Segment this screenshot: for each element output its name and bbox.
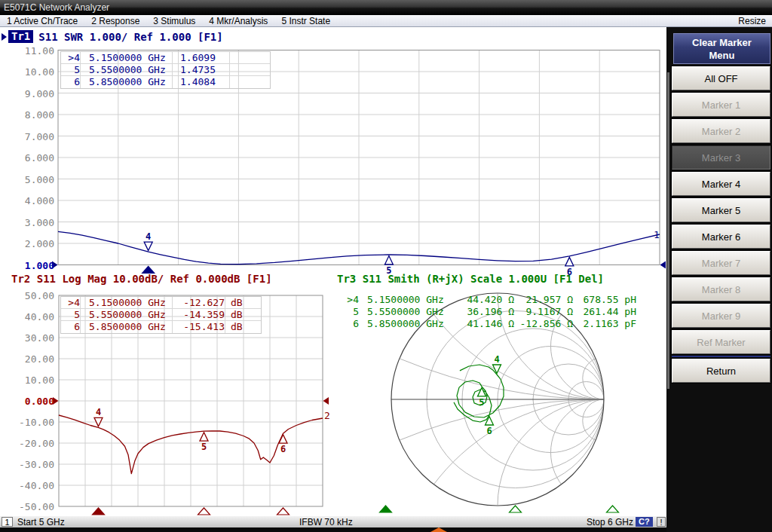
y-axis-label: 0.000: [8, 396, 54, 407]
y-axis-label: 7.000: [8, 132, 54, 142]
menu-item-5[interactable]: 5 Instr State: [274, 16, 337, 26]
calibration-status-badge: C?: [636, 517, 653, 527]
softkey-marker-3[interactable]: Marker 3: [672, 145, 770, 170]
menu-item-resize[interactable]: Resize: [732, 16, 772, 26]
marker-table-cell: 1.6099: [173, 52, 230, 64]
trace1-header[interactable]: Tr1 S11 SWR 1.000/ Ref 1.000 [F1]: [2, 30, 223, 43]
y-axis-label: -20.00: [8, 439, 54, 449]
marker-table-cell: dB: [225, 321, 261, 333]
marker-table-cell: 5: [341, 306, 359, 318]
softkey-marker-9[interactable]: Marker 9: [672, 304, 770, 328]
marker-table-cell: 261.44 pH: [573, 306, 636, 318]
trace3-marker-table: >45.1500000 GHz44.420 Ω21.957 Ω678.55 pH…: [341, 294, 636, 330]
y-axis-label: 8.000: [8, 110, 54, 121]
softkey-all-off[interactable]: All OFF: [672, 66, 770, 90]
trace1-badge: Tr1: [8, 30, 33, 43]
marker-table-cell: -12.627: [173, 297, 225, 309]
marker-table-cell: 2.1163 pF: [573, 318, 636, 330]
channel-number-box: 1: [2, 517, 13, 527]
marker-table-cell: 9.1167 Ω: [514, 306, 573, 318]
ifbw-label: IFBW 70 kHz: [299, 517, 353, 527]
network-analyzer-screen: { "window": { "title": "E5071C Network A…: [0, 0, 772, 532]
marker-table-cell: 5.8500000 GHz: [81, 321, 173, 333]
marker-table-cell: 6: [341, 318, 359, 330]
y-axis-label: 9.000: [8, 89, 54, 99]
softkey-ref-marker[interactable]: Ref Marker: [672, 330, 770, 354]
softkey-menu-title-line1: Clear Marker: [674, 36, 770, 49]
y-axis-label: -30.00: [8, 460, 54, 470]
taskbar-peek-icon: [430, 527, 447, 532]
marker-table-cell: 5.5500000 GHz: [359, 306, 452, 318]
y-axis-label: 2.000: [8, 239, 54, 249]
marker-table-cell: 5.1500000 GHz: [81, 52, 173, 64]
marker-table-cell: 21.957 Ω: [514, 294, 573, 306]
marker-table-cell: 5.8500000 GHz: [81, 76, 173, 88]
y-axis-label: 10.00: [8, 375, 54, 386]
trace1-format-label: S11 SWR 1.000/ Ref 1.000 [F1]: [38, 31, 222, 43]
stop-frequency-label: Stop 6 GHz: [587, 517, 633, 527]
y-axis-label: 4.000: [8, 196, 54, 206]
marker-table-cell: 44.420 Ω: [452, 294, 514, 306]
bottom-strip: [0, 527, 666, 532]
y-axis-label: -40.00: [8, 481, 54, 491]
menu-item-2[interactable]: 2 Response: [84, 16, 146, 26]
y-axis-label: 11.00: [8, 46, 54, 57]
marker-table-cell: >4: [61, 52, 81, 64]
marker-table-cell: 5.5500000 GHz: [81, 309, 173, 321]
softkey-marker-4[interactable]: Marker 4: [672, 172, 770, 196]
title-bar[interactable]: E5071C Network Analyzer: [0, 0, 772, 15]
y-axis-label: 40.00: [8, 312, 54, 323]
marker-table-cell: dB: [225, 297, 261, 309]
softkey-marker-2[interactable]: Marker 2: [672, 119, 770, 143]
trace2-header[interactable]: Tr2 S11 Log Mag 10.00dB/ Ref 0.000dB [F1…: [11, 272, 272, 285]
y-axis-label: 20.00: [8, 354, 54, 365]
y-axis-label: -50.00: [8, 502, 54, 512]
menu-item-3[interactable]: 3 Stimulus: [146, 16, 202, 26]
marker-table-cell: 41.146 Ω: [452, 318, 514, 330]
marker-table-cell: -12.856 Ω: [514, 318, 573, 330]
trace3-header[interactable]: Tr3 S11 Smith (R+jX) Scale 1.000U [F1 De…: [337, 272, 604, 285]
y-axis-label: 10.00: [8, 67, 54, 78]
softkey-marker-5[interactable]: Marker 5: [672, 198, 770, 222]
marker-table-cell: [230, 76, 270, 88]
marker-table-cell: [230, 64, 270, 76]
marker-table-cell: 678.55 pH: [573, 294, 636, 306]
softkey-scrollbar[interactable]: [667, 72, 669, 389]
marker-table-cell: 1.4084: [173, 76, 230, 88]
marker-table-cell: 5.8500000 GHz: [359, 318, 452, 330]
softkey-marker-8[interactable]: Marker 8: [672, 277, 770, 301]
start-frequency-label: Start 5 GHz: [17, 517, 65, 527]
marker-table-cell: >4: [341, 294, 359, 306]
menu-item-1[interactable]: 1 Active Ch/Trace: [0, 16, 84, 26]
menu-item-4[interactable]: 4 Mkr/Analysis: [202, 16, 274, 26]
marker-table-cell: 5.1500000 GHz: [359, 294, 452, 306]
y-axis-label: 5.000: [8, 175, 54, 185]
softkey-return[interactable]: Return: [672, 359, 770, 383]
status-bar: 1 Start 5 GHz IFBW 70 kHz Stop 6 GHz C? …: [0, 515, 666, 527]
softkey-marker-7[interactable]: Marker 7: [672, 251, 770, 275]
y-axis-label: -10.00: [8, 417, 54, 428]
menu-items: 1 Active Ch/Trace2 Response3 Stimulus4 M…: [0, 16, 337, 26]
marker-table-cell: [230, 52, 270, 64]
marker-table-cell: 36.196 Ω: [452, 306, 514, 318]
y-axis-label: 3.000: [8, 218, 54, 228]
softkey-menu-title-line2: Menu: [674, 49, 770, 62]
y-axis-label: 30.00: [8, 333, 54, 344]
marker-table-cell: dB: [225, 309, 261, 321]
softkey-sidebar: Clear Marker Menu All OFFMarker 1Marker …: [666, 27, 772, 532]
marker-table-cell: -14.359: [173, 309, 225, 321]
window-title: E5071C Network Analyzer: [4, 2, 109, 13]
trace1-marker-table: >45.1500000 GHz1.609955.5500000 GHz1.473…: [60, 51, 271, 89]
marker-table-cell: 5.1500000 GHz: [81, 297, 173, 309]
softkey-marker-6[interactable]: Marker 6: [672, 225, 770, 249]
marker-table-cell: 5.5500000 GHz: [81, 64, 173, 76]
alert-indicator: !: [657, 517, 666, 527]
y-axis-label: 1.000: [8, 261, 54, 271]
marker-table-cell: -15.413: [173, 321, 225, 333]
softkey-marker-1[interactable]: Marker 1: [672, 93, 770, 117]
plot-workspace: [0, 27, 666, 515]
marker-table-cell: 1.4735: [173, 64, 230, 76]
marker-table-cell: 5: [61, 309, 81, 321]
marker-table-cell: 6: [61, 76, 81, 88]
softkey-divider: [672, 356, 770, 357]
